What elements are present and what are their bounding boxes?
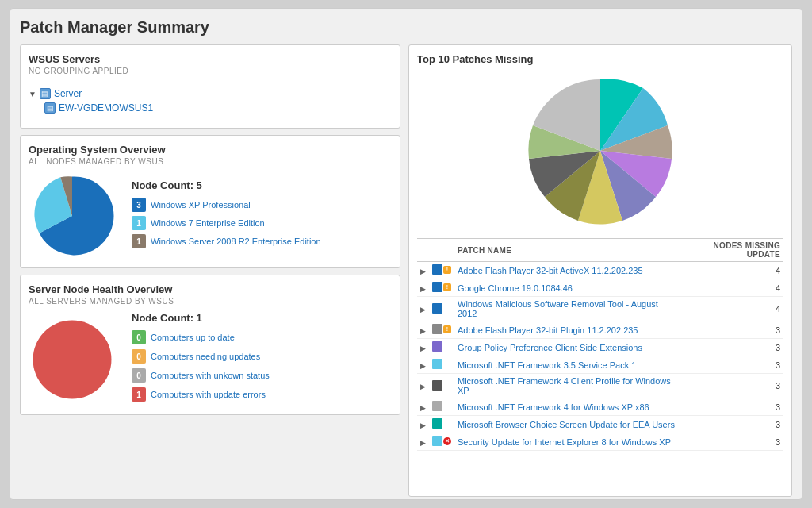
patch-expand-2[interactable]: ▶ <box>417 297 429 321</box>
patches-tbody: ▶ !Adobe Flash Player 32-bit ActiveX 11.… <box>417 262 783 451</box>
health-label-3[interactable]: Computers with update errors <box>151 390 266 399</box>
patch-count-3: 3 <box>678 321 783 339</box>
patch-icon-cell-1: ! <box>429 279 454 297</box>
health-label-1[interactable]: Computers needing updates <box>151 352 260 361</box>
health-card-title: Server Node Health Overview <box>29 283 392 295</box>
patch-count-1: 4 <box>678 279 783 297</box>
server-child-link[interactable]: EW-VGDEMOWSUS1 <box>59 102 153 114</box>
svg-point-0 <box>33 320 112 398</box>
health-badge-3: 1 <box>132 387 146 402</box>
patch-row-8: ▶ Microsoft Browser Choice Screen Update… <box>417 416 783 433</box>
patch-expand-5[interactable]: ▶ <box>417 356 429 374</box>
patch-expand-4[interactable]: ▶ <box>417 339 429 356</box>
os-pie-chart <box>29 172 116 260</box>
patch-name-6[interactable]: Microsoft .NET Framework 4 Client Profil… <box>454 374 678 398</box>
page-title: Patch Manager Summary <box>20 18 792 37</box>
patch-row-1: ▶ !Google Chrome 19.0.1084.464 <box>417 279 783 297</box>
patch-name-2[interactable]: Windows Malicious Software Removal Tool … <box>454 297 678 321</box>
patch-icon-cell-6 <box>429 374 454 398</box>
health-node-count: Node Count: 1 <box>132 312 392 324</box>
top-patches-title: Top 10 Patches Missing <box>417 53 783 65</box>
patch-row-5: ▶ Microsoft .NET Framework 3.5 Service P… <box>417 356 783 374</box>
patch-name-0[interactable]: Adobe Flash Player 32-bit ActiveX 11.2.2… <box>454 262 678 279</box>
server-root-link[interactable]: Server <box>54 88 82 99</box>
patch-row-9: ▶ ✕Security Update for Internet Explorer… <box>417 433 783 451</box>
wsus-card-title: WSUS Servers <box>29 53 392 65</box>
patch-icon-cell-7 <box>429 398 454 416</box>
patch-row-2: ▶ Windows Malicious Software Removal Too… <box>417 297 783 321</box>
patches-table-header: PATCH NAME NODES MISSING UPDATE <box>417 239 783 262</box>
patch-name-8[interactable]: Microsoft Browser Choice Screen Update f… <box>454 416 678 433</box>
health-label-0[interactable]: Computers up to date <box>151 333 235 342</box>
health-badge-1: 0 <box>132 349 146 364</box>
patch-row-7: ▶ Microsoft .NET Framework 4 for Windows… <box>417 398 783 416</box>
server-tree-icon <box>40 88 51 99</box>
server-tree-root: ▼ Server <box>29 87 392 101</box>
patch-icon-cell-3: ! <box>429 321 454 339</box>
wsus-card: WSUS Servers NO GROUPING APPLIED ▼ Serve… <box>20 44 400 129</box>
patch-count-2: 4 <box>678 297 783 321</box>
wsus-card-subtitle: NO GROUPING APPLIED <box>29 67 392 75</box>
os-card-title: Operating System Overview <box>29 144 392 156</box>
right-panel: Top 10 Patches Missing <box>408 44 792 497</box>
patch-row-0: ▶ !Adobe Flash Player 32-bit ActiveX 11.… <box>417 262 783 279</box>
patch-name-7[interactable]: Microsoft .NET Framework 4 for Windows X… <box>454 398 678 416</box>
health-pie-chart <box>29 316 116 403</box>
os-label-0[interactable]: Windows XP Professional <box>151 200 251 210</box>
patch-name-9[interactable]: Security Update for Internet Explorer 8 … <box>454 433 678 451</box>
health-badge-2: 0 <box>132 368 146 383</box>
patch-expand-3[interactable]: ▶ <box>417 321 429 339</box>
patch-icon-cell-2 <box>429 297 454 321</box>
main-container: Patch Manager Summary WSUS Servers NO GR… <box>10 8 802 500</box>
patch-expand-6[interactable]: ▶ <box>417 374 429 398</box>
patch-icon-cell-8 <box>429 416 454 433</box>
patch-icon-cell-9: ✕ <box>429 433 454 451</box>
os-label-1[interactable]: Windows 7 Enterprise Edition <box>151 218 265 228</box>
tree-collapse-arrow[interactable]: ▼ <box>29 90 36 98</box>
os-legend: Node Count: 5 3 Windows XP Professional … <box>132 179 392 252</box>
health-card: Server Node Health Overview ALL SERVERS … <box>20 275 400 415</box>
patch-name-3[interactable]: Adobe Flash Player 32-bit Plugin 11.2.20… <box>454 321 678 339</box>
patch-icon-cell-4 <box>429 339 454 356</box>
os-badge-1: 1 <box>132 216 146 230</box>
health-item-1: 0 Computers needing updates <box>132 349 392 364</box>
health-body: Node Count: 1 0 Computers up to date 0 C… <box>29 312 392 406</box>
server-tree: ▼ Server EW-VGDEMOWSUS1 <box>29 82 392 120</box>
health-label-2[interactable]: Computers with unkown status <box>151 371 270 380</box>
patch-icon-cell-0: ! <box>429 262 454 279</box>
patch-expand-1[interactable]: ▶ <box>417 279 429 297</box>
patch-name-1[interactable]: Google Chrome 19.0.1084.46 <box>454 279 678 297</box>
health-badge-0: 0 <box>132 330 146 344</box>
os-legend-item-2: 1 Windows Server 2008 R2 Enterprise Edit… <box>132 234 392 248</box>
patch-name-5[interactable]: Microsoft .NET Framework 3.5 Service Pac… <box>454 356 678 374</box>
col-nodes-missing: NODES MISSING UPDATE <box>678 239 783 262</box>
patch-expand-7[interactable]: ▶ <box>417 398 429 416</box>
patches-pie-chart <box>521 71 680 230</box>
patches-table: PATCH NAME NODES MISSING UPDATE ▶ !Adobe… <box>417 238 783 451</box>
patch-expand-9[interactable]: ▶ <box>417 433 429 451</box>
patch-count-9: 3 <box>678 433 783 451</box>
health-item-2: 0 Computers with unkown status <box>132 368 392 383</box>
patch-expand-0[interactable]: ▶ <box>417 262 429 279</box>
os-node-count: Node Count: 5 <box>132 179 392 191</box>
patch-count-8: 3 <box>678 416 783 433</box>
patch-name-4[interactable]: Group Policy Preference Client Side Exte… <box>454 339 678 356</box>
os-card-subtitle: ALL NODES MANAGED BY WSUS <box>29 157 392 166</box>
health-item-0: 0 Computers up to date <box>132 330 392 344</box>
health-legend: Node Count: 1 0 Computers up to date 0 C… <box>132 312 392 406</box>
os-label-2[interactable]: Windows Server 2008 R2 Enterprise Editio… <box>151 237 321 246</box>
content-area: WSUS Servers NO GROUPING APPLIED ▼ Serve… <box>20 44 792 497</box>
health-item-3: 1 Computers with update errors <box>132 387 392 402</box>
health-card-subtitle: ALL SERVERS MANAGED BY WSUS <box>29 297 392 306</box>
patch-row-3: ▶ !Adobe Flash Player 32-bit Plugin 11.2… <box>417 321 783 339</box>
patch-count-5: 3 <box>678 356 783 374</box>
patch-row-4: ▶ Group Policy Preference Client Side Ex… <box>417 339 783 356</box>
os-overview-body: Node Count: 5 3 Windows XP Professional … <box>29 172 392 260</box>
left-panel: WSUS Servers NO GROUPING APPLIED ▼ Serve… <box>20 44 400 497</box>
patch-count-7: 3 <box>678 398 783 416</box>
patch-count-4: 3 <box>678 339 783 356</box>
col-patch-name: PATCH NAME <box>454 239 678 262</box>
os-overview-card: Operating System Overview ALL NODES MANA… <box>20 135 400 268</box>
patch-count-0: 4 <box>678 262 783 279</box>
patch-expand-8[interactable]: ▶ <box>417 416 429 433</box>
